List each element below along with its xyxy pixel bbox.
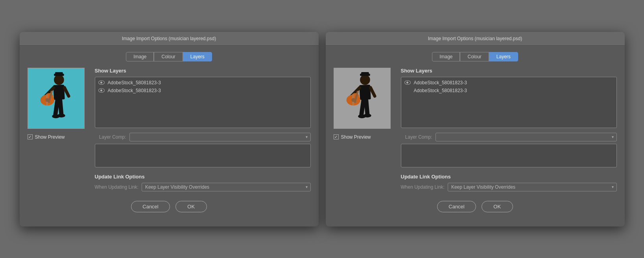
show-preview-checkbox-2[interactable]: [334, 134, 339, 139]
cancel-button-2[interactable]: Cancel: [437, 201, 476, 212]
layer-comp-desc-1: [95, 144, 311, 167]
svg-rect-20: [361, 72, 369, 74]
show-preview-checkbox-1[interactable]: [28, 134, 33, 139]
musician-svg-1: [28, 68, 84, 128]
layer-comp-row-2: Layer Comp: ▾: [401, 133, 617, 141]
layer-comp-select-wrapper-2: ▾: [435, 133, 617, 141]
svg-point-18: [360, 74, 370, 85]
tab-image-1[interactable]: Image: [126, 52, 154, 61]
svg-point-12: [45, 98, 49, 102]
layers-list-1[interactable]: AdobeStock_58081823-3 AdobeStock_5808182…: [95, 77, 311, 128]
dialog-2-main-row: Show Preview Show Layers AdobeStock_5808…: [334, 68, 617, 191]
show-preview-row-2: Show Preview: [334, 134, 371, 140]
layer-item-2-1[interactable]: AdobeStock_58081823-3: [401, 79, 616, 87]
dialog-2: Image Import Options (musician layered.p…: [326, 32, 625, 226]
when-updating-select-wrapper-2: Keep Layer Visibility Overrides ▾: [448, 183, 617, 191]
eye-icon-1-2[interactable]: [98, 88, 105, 93]
layer-comp-row-1: Layer Comp: ▾: [95, 133, 311, 141]
layer-item-2-2[interactable]: AdobeStock_58081823-3: [401, 87, 616, 95]
dialog-1-titlebar: Image Import Options (musician layered.p…: [20, 32, 319, 46]
update-row-1: When Updating Link: Keep Layer Visibilit…: [95, 183, 311, 191]
when-updating-label-2: When Updating Link:: [401, 184, 445, 190]
dialog-1-right-col: Show Layers AdobeStock_58081823-3 AdobeS…: [95, 68, 311, 191]
dialog-1-preview-box: [28, 68, 85, 129]
layer-item-1-2[interactable]: AdobeStock_58081823-3: [95, 87, 310, 95]
dialog-2-buttons: Cancel OK: [334, 201, 617, 212]
layer-name-1-1: AdobeStock_58081823-3: [108, 80, 161, 85]
show-preview-label-1: Show Preview: [35, 134, 65, 140]
dialog-2-tabs: Image Colour Layers: [334, 52, 617, 61]
tab-image-2[interactable]: Image: [432, 52, 460, 61]
show-preview-label-2: Show Preview: [341, 134, 371, 140]
when-updating-select-2[interactable]: Keep Layer Visibility Overrides: [448, 183, 617, 191]
layer-comp-label-2: Layer Comp:: [401, 134, 432, 140]
svg-point-29: [351, 98, 355, 102]
layer-comp-select-1[interactable]: [129, 133, 311, 141]
layer-name-2-1: AdobeStock_58081823-3: [414, 80, 467, 85]
dialog-2-left-col: Show Preview: [334, 68, 395, 191]
eye-icon-2-2: [404, 88, 411, 93]
layer-comp-desc-2: [401, 144, 617, 167]
show-layers-title-2: Show Layers: [401, 68, 617, 74]
when-updating-label-1: When Updating Link:: [95, 184, 138, 190]
when-updating-select-wrapper-1: Keep Layer Visibility Overrides ▾: [142, 183, 311, 191]
cancel-button-1[interactable]: Cancel: [131, 201, 170, 212]
tab-colour-1[interactable]: Colour: [154, 52, 183, 61]
layer-comp-label-1: Layer Comp:: [95, 134, 126, 140]
dialog-1: Image Import Options (musician layered.p…: [20, 32, 319, 226]
update-link-title-1: Update Link Options: [95, 174, 311, 180]
dialog-2-titlebar: Image Import Options (musician layered.p…: [326, 32, 625, 46]
dialogs-container: Image Import Options (musician layered.p…: [12, 24, 633, 234]
svg-point-33: [363, 113, 371, 117]
dialog-1-tabs: Image Colour Layers: [28, 52, 311, 61]
dialog-1-buttons: Cancel OK: [28, 201, 311, 212]
tab-layers-2[interactable]: Layers: [489, 52, 518, 61]
dialog-2-title: Image Import Options (musician layered.p…: [428, 36, 522, 41]
show-preview-row-1: Show Preview: [28, 134, 65, 140]
dialog-1-left-col: Show Preview: [28, 68, 89, 191]
svg-point-16: [57, 113, 65, 117]
dialog-1-content: Image Colour Layers: [20, 46, 319, 219]
tab-layers-1[interactable]: Layers: [183, 52, 212, 61]
layer-comp-select-wrapper-1: ▾: [129, 133, 311, 141]
tab-colour-2[interactable]: Colour: [460, 52, 489, 61]
update-row-2: When Updating Link: Keep Layer Visibilit…: [401, 183, 617, 191]
dialog-2-preview-box: [334, 68, 391, 129]
update-link-title-2: Update Link Options: [401, 174, 617, 180]
dialog-2-content: Image Colour Layers: [326, 46, 625, 219]
eye-icon-1-1[interactable]: [98, 80, 105, 85]
update-link-section-2: Update Link Options When Updating Link: …: [401, 174, 617, 191]
show-layers-title-1: Show Layers: [95, 68, 311, 74]
dialog-2-right-col: Show Layers AdobeStock_58081823-3 AdobeS…: [401, 68, 617, 191]
layer-name-2-2: AdobeStock_58081823-3: [414, 88, 467, 93]
dialog-1-main-row: Show Preview Show Layers AdobeStock_5808…: [28, 68, 311, 191]
layer-name-1-2: AdobeStock_58081823-3: [108, 88, 161, 93]
layer-item-1-1[interactable]: AdobeStock_58081823-3: [95, 79, 310, 87]
eye-icon-2-1[interactable]: [404, 80, 411, 85]
ok-button-2[interactable]: OK: [482, 201, 513, 212]
musician-svg-2: [334, 68, 390, 128]
when-updating-select-1[interactable]: Keep Layer Visibility Overrides: [142, 183, 311, 191]
svg-rect-3: [55, 72, 63, 74]
layer-comp-select-2[interactable]: [435, 133, 617, 141]
layers-list-2[interactable]: AdobeStock_58081823-3 AdobeStock_5808182…: [401, 77, 617, 128]
ok-button-1[interactable]: OK: [175, 201, 207, 212]
svg-point-1: [54, 74, 64, 85]
dialog-1-title: Image Import Options (musician layered.p…: [122, 36, 216, 41]
update-link-section-1: Update Link Options When Updating Link: …: [95, 174, 311, 191]
